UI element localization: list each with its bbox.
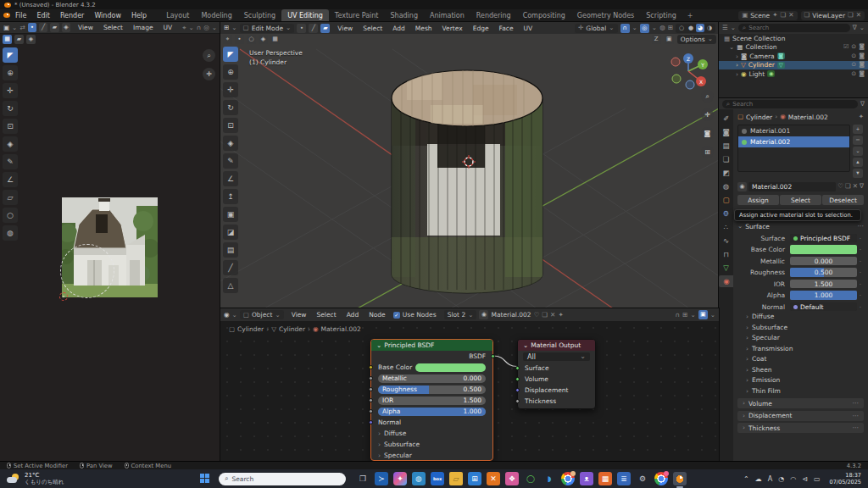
outliner[interactable]: Scene Collection Collection Camera Cylin…: [719, 22, 868, 98]
expand-icon[interactable]: [736, 53, 738, 60]
material-action-button[interactable]: Select: [780, 195, 821, 205]
node-slider[interactable]: Alpha 1.000: [378, 408, 486, 416]
xray-toggle-icon[interactable]: [668, 25, 673, 31]
tool-loop-cut[interactable]: ▤: [223, 242, 238, 258]
ime-mode-icon[interactable]: A: [768, 475, 772, 483]
photos-icon[interactable]: ❖: [505, 472, 519, 485]
select-mode-vertex-button[interactable]: [297, 24, 306, 33]
panel-options-icon[interactable]: [853, 424, 860, 431]
blender-menu-icon[interactable]: [3, 13, 10, 18]
uv-sync-icon[interactable]: [19, 25, 25, 31]
uv-tool-transform[interactable]: ◈: [3, 136, 18, 152]
animate-decorator[interactable]: [857, 269, 864, 276]
workspace-tab[interactable]: Rendering: [470, 9, 517, 22]
uv-tool-select-box[interactable]: ◤: [3, 47, 18, 63]
bsdf-output-socket[interactable]: [491, 354, 495, 358]
uv-tool-measure[interactable]: ∠: [3, 172, 18, 187]
onedrive-icon[interactable]: ☁: [755, 475, 762, 483]
proportional-edit-icon[interactable]: [203, 25, 209, 31]
render-visibility-icon[interactable]: [859, 71, 865, 77]
menu-item[interactable]: View: [73, 22, 98, 34]
fake-user-icon[interactable]: [534, 312, 540, 319]
chevron-down-icon[interactable]: [232, 312, 237, 319]
workspace-tab[interactable]: UV Editing: [281, 9, 329, 22]
cylinder-mesh[interactable]: [392, 70, 542, 293]
node-input-row[interactable]: IOR IOR 1.500: [371, 395, 492, 406]
light-data-icon[interactable]: [767, 70, 775, 77]
node-header[interactable]: Principled BSDF: [371, 340, 492, 351]
terminal-icon[interactable]: ≻: [375, 472, 388, 485]
add-workspace-button[interactable]: +: [682, 9, 698, 22]
menu-item[interactable]: Render: [55, 9, 89, 22]
axis-z-toggle[interactable]: Z: [652, 35, 661, 44]
menu-item[interactable]: Mesh: [410, 22, 437, 35]
workspace-tab[interactable]: Modeling: [195, 9, 237, 22]
menu-item[interactable]: Select: [358, 22, 387, 35]
tab-render[interactable]: ◙: [719, 126, 733, 138]
subpanel-header[interactable]: Thin Film: [737, 385, 864, 396]
collapse-icon[interactable]: [376, 342, 381, 349]
gizmo-toggle-3[interactable]: [247, 35, 256, 44]
node-input-row[interactable]: Thickness: [518, 396, 595, 407]
uv-island-selection[interactable]: [60, 244, 114, 298]
input-socket[interactable]: [369, 409, 373, 413]
outliner-search[interactable]: [738, 24, 850, 32]
property-widget[interactable]: 0.500: [790, 268, 857, 277]
uv-select-island-button[interactable]: [62, 23, 70, 32]
workspace-tab[interactable]: Geometry Nodes: [571, 9, 640, 22]
node-subpanel[interactable]: Diffuse: [371, 428, 492, 439]
outliner-row-cylinder[interactable]: Cylinder: [719, 61, 868, 70]
input-socket[interactable]: [369, 387, 373, 391]
input-socket[interactable]: [515, 388, 520, 392]
material-name-field[interactable]: Material.002: [748, 182, 836, 191]
perspective-toggle-icon[interactable]: [701, 146, 714, 158]
new-scene-icon[interactable]: [780, 12, 786, 19]
workspace-tab[interactable]: Sculpting: [238, 9, 281, 22]
tool-inset-faces[interactable]: ▣: [223, 207, 238, 222]
input-socket[interactable]: [369, 420, 373, 424]
slot-selector[interactable]: Slot 2: [444, 310, 477, 319]
node-input-row[interactable]: Surface: [518, 363, 595, 374]
tab-scene[interactable]: ◩: [719, 167, 733, 179]
tab-object-data[interactable]: ▽: [719, 262, 733, 274]
chevron-down-icon[interactable]: [652, 25, 657, 31]
specials-icon[interactable]: [860, 183, 864, 190]
new-material-icon[interactable]: [845, 183, 851, 190]
display-mode-icon[interactable]: [722, 25, 728, 31]
tool-scale[interactable]: ⊡: [223, 118, 238, 133]
render-pass-icon[interactable]: [698, 310, 708, 319]
gizmo-y-neg[interactable]: [672, 75, 681, 83]
subpanel-header[interactable]: Specular: [737, 333, 864, 344]
input-socket[interactable]: [515, 377, 520, 381]
chrome-icon[interactable]: [561, 472, 575, 485]
overlays-icon[interactable]: [659, 25, 665, 31]
chevron-down-icon[interactable]: [212, 25, 217, 31]
select-mode-edge-button[interactable]: [309, 24, 318, 33]
panel-options-icon[interactable]: [858, 223, 865, 230]
animate-decorator[interactable]: [857, 235, 864, 242]
subpanel-header[interactable]: Sheen: [737, 364, 864, 375]
breadcrumb-material[interactable]: Material.002: [788, 114, 828, 121]
search-input[interactable]: [732, 101, 854, 108]
menu-item[interactable]: File: [10, 9, 31, 22]
pin-icon[interactable]: [772, 12, 777, 19]
start-button[interactable]: [200, 474, 210, 484]
menu-item[interactable]: Window: [89, 9, 126, 22]
view-layer-selector[interactable]: ViewLayer: [801, 11, 865, 20]
uv-tool-move[interactable]: ✛: [3, 83, 18, 98]
menu-item[interactable]: View: [332, 22, 358, 35]
material-slot-1[interactable]: Material.001: [738, 125, 849, 136]
property-widget[interactable]: Default: [790, 302, 857, 312]
shading-solid-button[interactable]: [687, 24, 695, 32]
new-material-icon[interactable]: [542, 312, 548, 319]
unlink-icon[interactable]: [853, 183, 858, 190]
material-action-button[interactable]: Deselect: [822, 195, 864, 205]
tool-measure[interactable]: ∠: [223, 171, 238, 186]
mode-selector[interactable]: Edit Mode: [240, 24, 295, 33]
blender-icon[interactable]: [673, 472, 687, 485]
volume-icon[interactable]: ⊲: [802, 475, 808, 483]
property-widget[interactable]: 1.500: [790, 280, 857, 289]
menu-item[interactable]: View: [287, 308, 312, 321]
uv-overlay-toggle[interactable]: [3, 35, 12, 44]
tool-knife[interactable]: ╱: [223, 260, 238, 275]
